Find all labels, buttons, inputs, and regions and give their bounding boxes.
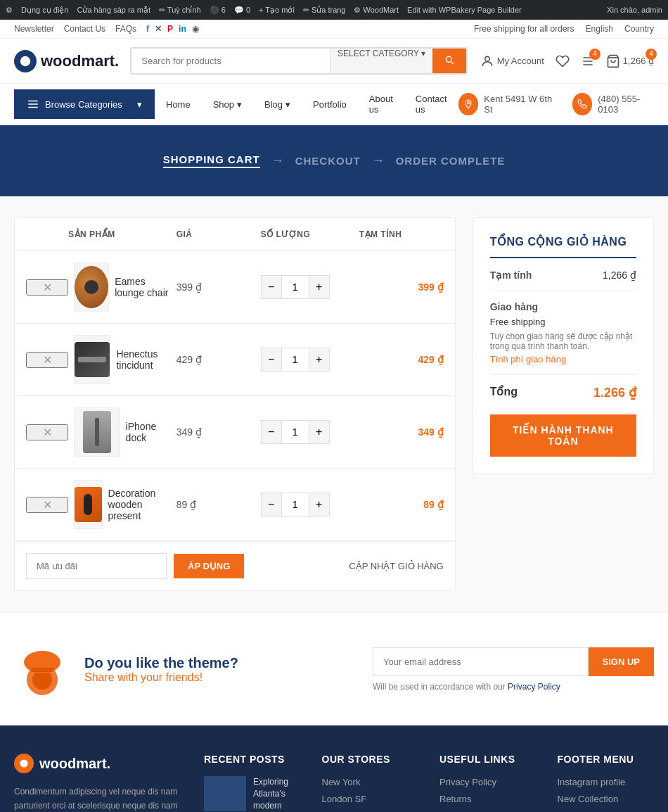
social-links: f ✕ P in ◉: [146, 24, 199, 34]
qty-plus-4[interactable]: +: [309, 493, 329, 516]
linkedin-icon[interactable]: in: [179, 24, 186, 34]
admin-new[interactable]: + Tạo mới: [259, 6, 295, 15]
remove-item-4[interactable]: ✕: [26, 497, 68, 513]
signup-button[interactable]: SIGN UP: [589, 647, 654, 676]
nav-home[interactable]: Home: [155, 84, 202, 125]
faqs-link[interactable]: FAQs: [115, 24, 136, 34]
footer-logo-icon: [14, 754, 34, 773]
coupon-input[interactable]: [26, 553, 167, 579]
nav-blog[interactable]: Blog ▾: [253, 84, 302, 125]
cart-button[interactable]: 4 1,266 ₫: [606, 54, 654, 68]
price-3: 349 ₫: [176, 426, 261, 438]
subtotal-2: 429 ₫: [359, 354, 444, 365]
shipping-note: Tuỳ chọn giao hàng sẽ được cập nhật tron…: [490, 331, 636, 351]
facebook-icon[interactable]: f: [146, 24, 149, 34]
qty-plus-3[interactable]: +: [309, 421, 329, 443]
category-select[interactable]: SELECT CATEGORY ▾: [330, 49, 432, 73]
link-privacy[interactable]: Privacy Policy: [439, 777, 496, 787]
qty-input-3[interactable]: [281, 421, 309, 443]
remove-item-3[interactable]: ✕: [26, 424, 68, 440]
menu-instagram[interactable]: Instagram profile: [558, 777, 626, 787]
qty-minus-3[interactable]: −: [262, 421, 281, 443]
nav-contact[interactable]: Contact us: [404, 84, 458, 125]
language-selector[interactable]: English: [586, 24, 613, 34]
checkout-steps-section: SHOPPING CART → CHECKOUT → ORDER COMPLET…: [0, 125, 668, 196]
post-link-1[interactable]: Exploring Atlanta's modern homes: [253, 776, 301, 812]
admin-edit-page[interactable]: ✏ Sửa trang: [303, 6, 346, 15]
admin-site-name: Dụng cụ điện: [21, 6, 68, 15]
subtotal-row: Tạm tính 1,266 ₫: [490, 269, 636, 281]
nav-address: Kent 5491 W 6th St: [458, 93, 555, 115]
step-arrow-2: →: [372, 153, 385, 168]
store-london[interactable]: London SF: [322, 794, 367, 804]
footer-logo: woodmart.: [14, 754, 183, 773]
logo[interactable]: woodmart.: [14, 50, 119, 72]
search-input[interactable]: [131, 49, 330, 73]
phone-icon: [572, 93, 593, 115]
list-item: Returns: [439, 793, 537, 804]
qty-input-1[interactable]: [281, 276, 309, 298]
step-arrow-1: →: [271, 153, 284, 168]
browse-categories-button[interactable]: Browse Categories ▾: [14, 89, 155, 119]
admin-woodmart[interactable]: ⚙ WoodMart: [354, 6, 399, 15]
list-item: Privacy Policy: [439, 776, 537, 787]
qty-minus-4[interactable]: −: [262, 493, 281, 516]
apply-coupon-button[interactable]: ÁP DỤNG: [174, 554, 244, 578]
newsletter-form: SIGN UP: [373, 647, 654, 676]
list-item: New Collection: [558, 793, 655, 804]
other-social-icon[interactable]: ◉: [192, 24, 199, 34]
free-shipping-text: Free shipping: [490, 317, 636, 327]
my-account-link[interactable]: My Account: [480, 54, 544, 68]
footer-brand: woodmart. Condimentum adipiscing vel neq…: [14, 754, 183, 812]
remove-item-2[interactable]: ✕: [26, 352, 68, 368]
shipping-notice: Free shipping for all orders: [474, 24, 574, 34]
wishlist-button[interactable]: [555, 54, 570, 68]
menu-new-collection[interactable]: New Collection: [558, 794, 619, 804]
shipping-section: Giao hàng Free shipping Tuỳ chọn giao hà…: [490, 291, 636, 375]
compare-button[interactable]: 4: [581, 54, 595, 68]
pinterest-icon[interactable]: P: [167, 24, 173, 34]
list-item: London SF: [322, 793, 419, 804]
post-thumb-1: [204, 776, 246, 811]
update-cart-button[interactable]: CẬP NHẬT GIỎ HÀNG: [349, 561, 443, 571]
price-2: 429 ₫: [176, 354, 261, 365]
footer-useful-links: USEFUL LINKS Privacy Policy Returns Term…: [439, 754, 537, 812]
calc-shipping-link[interactable]: Tính phí giao hàng: [490, 354, 636, 364]
subtotal-3: 349 ₫: [359, 426, 444, 438]
store-new-york[interactable]: New York: [322, 777, 361, 787]
country-selector[interactable]: Country: [624, 24, 654, 34]
product-name-3: iPhone dock: [126, 421, 176, 443]
step-cart[interactable]: SHOPPING CART: [163, 153, 260, 168]
recent-post-1: Exploring Atlanta's modern homes 23 Thán…: [204, 776, 301, 812]
cart-table: SẢN PHẨM GIÁ SỐ LƯỢNG TẠM TÍNH ✕ Eam: [14, 217, 456, 541]
nav-portfolio[interactable]: Portfolio: [302, 84, 358, 125]
checkout-button[interactable]: TIẾN HÀNH THANH TOÁN: [490, 414, 636, 457]
nav-shop[interactable]: Shop ▾: [202, 84, 253, 125]
newsletter-link[interactable]: Newsletter: [14, 24, 54, 34]
step-order-complete[interactable]: ORDER COMPLETE: [396, 155, 506, 167]
remove-item-1[interactable]: ✕: [26, 279, 68, 296]
price-4: 89 ₫: [176, 499, 261, 510]
admin-wpbakery[interactable]: Edit with WPBakery Page Builder: [407, 6, 522, 14]
newsletter-heading: Do you like the theme?: [84, 655, 238, 671]
twitter-icon[interactable]: ✕: [155, 24, 162, 34]
product-thumb-1: [74, 262, 109, 312]
link-returns[interactable]: Returns: [439, 794, 472, 804]
cart-inner: SẢN PHẨM GIÁ SỐ LƯỢNG TẠM TÍNH ✕ Eam: [14, 217, 654, 591]
cart-summary: TỔNG CỘNG GIỎ HÀNG Tạm tính 1,266 ₫ Giao…: [473, 217, 654, 474]
qty-plus-2[interactable]: +: [309, 348, 329, 371]
privacy-policy-link[interactable]: Privacy Policy: [508, 682, 560, 692]
admin-customize[interactable]: ✏ Tuỳ chỉnh: [159, 6, 201, 15]
qty-plus-1[interactable]: +: [309, 276, 329, 298]
nav-about[interactable]: About us: [358, 84, 404, 125]
step-checkout[interactable]: CHECKOUT: [295, 155, 361, 167]
email-input[interactable]: [373, 647, 589, 676]
contact-us-link[interactable]: Contact Us: [64, 24, 105, 34]
qty-input-2[interactable]: [281, 348, 309, 371]
search-button[interactable]: [432, 49, 466, 73]
qty-minus-2[interactable]: −: [262, 348, 281, 371]
qty-input-4[interactable]: [281, 493, 309, 516]
product-thumb-2: [74, 335, 110, 384]
qty-minus-1[interactable]: −: [262, 276, 281, 298]
admin-store-label: Cửa hàng sáp ra mắt: [77, 6, 150, 15]
